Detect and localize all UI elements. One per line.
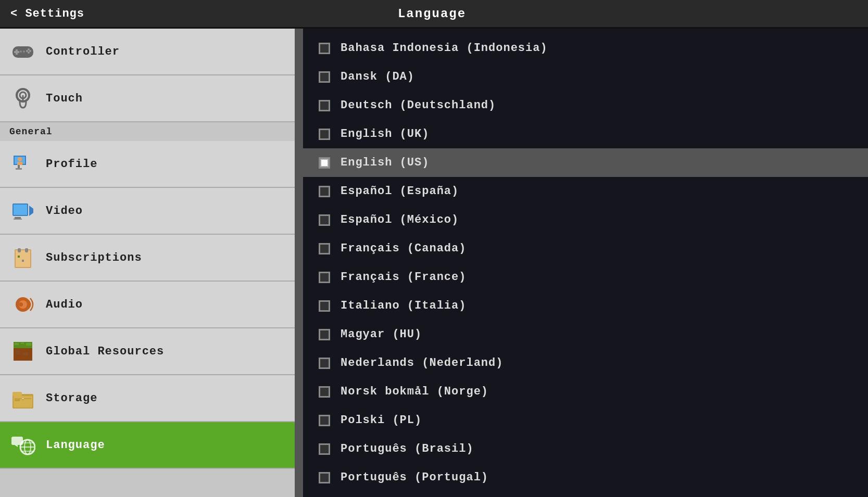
storage-icon [9, 385, 36, 412]
svg-rect-36 [26, 343, 31, 346]
language-label-italiano: Italiano (Italia) [341, 299, 466, 312]
sidebar-item-audio-label: Audio [46, 298, 83, 311]
svg-rect-6 [28, 52, 30, 54]
svg-rect-38 [23, 352, 28, 355]
sidebar: Controller Touch General [0, 29, 297, 497]
sidebar-item-touch-label: Touch [46, 92, 83, 105]
language-checkbox-francais-france [319, 272, 330, 283]
language-item-italiano[interactable]: Italiano (Italia) [303, 291, 868, 320]
header: < Settings Language [0, 0, 868, 29]
global-resources-icon [9, 338, 36, 365]
language-panel: Bahasa Indonesia (Indonesia)Dansk (DA)De… [303, 29, 868, 497]
sidebar-item-audio[interactable]: Audio [0, 282, 295, 328]
language-item-magyar[interactable]: Magyar (HU) [303, 320, 868, 349]
language-label-english-uk: English (UK) [341, 128, 429, 141]
svg-rect-19 [14, 205, 27, 215]
svg-rect-35 [21, 342, 24, 344]
language-item-espanol-espana[interactable]: Español (España) [303, 177, 868, 206]
language-item-bahasa-indonesia[interactable]: Bahasa Indonesia (Indonesia) [303, 34, 868, 62]
sidebar-item-touch[interactable]: Touch [0, 75, 295, 122]
language-label-francais-canada: Français (Canada) [341, 242, 466, 255]
sidebar-item-video-label: Video [46, 205, 83, 218]
sidebar-item-storage[interactable]: Storage [0, 375, 295, 422]
sidebar-item-controller[interactable]: Controller [0, 29, 295, 75]
svg-rect-15 [16, 168, 22, 170]
language-item-espanol-mexico[interactable]: Español (México) [303, 206, 868, 234]
sidebar-item-subscriptions-label: Subscriptions [46, 251, 142, 264]
language-checkbox-portugues-brasil [319, 443, 330, 455]
language-label-portugues-portugal: Português (Portugal) [341, 471, 488, 484]
sidebar-item-language-label: Language [46, 439, 105, 452]
language-checkbox-english-uk [319, 129, 330, 140]
language-checkbox-portugues-portugal [319, 472, 330, 483]
sidebar-item-subscriptions[interactable]: Subscriptions [0, 235, 295, 282]
language-label-english-us: English (US) [341, 156, 429, 169]
language-checkbox-dansk [319, 71, 330, 83]
language-item-francais-france[interactable]: Français (France) [303, 263, 868, 291]
section-header-general: General [0, 122, 295, 141]
language-label-bahasa-indonesia: Bahasa Indonesia (Indonesia) [341, 42, 548, 55]
svg-rect-2 [14, 51, 19, 53]
language-item-english-us[interactable]: English (US) [303, 148, 868, 177]
svg-rect-26 [25, 248, 28, 252]
svg-rect-5 [28, 48, 30, 50]
back-button[interactable]: < Settings [10, 7, 84, 20]
language-label-magyar: Magyar (HU) [341, 328, 422, 341]
language-item-norsk-bokmal[interactable]: Norsk bokmål (Norge) [303, 377, 868, 406]
back-label: < Settings [10, 7, 84, 20]
sidebar-item-controller-label: Controller [46, 45, 120, 58]
language-checkbox-bahasa-indonesia [319, 43, 330, 54]
sidebar-item-global-resources-label: Global Resources [46, 345, 164, 358]
svg-rect-45 [22, 400, 24, 404]
svg-rect-17 [17, 162, 22, 165]
svg-point-31 [19, 302, 23, 307]
language-item-nederlands[interactable]: Nederlands (Nederland) [303, 349, 868, 377]
svg-marker-49 [15, 445, 18, 447]
svg-rect-24 [16, 250, 30, 267]
language-label-deutsch: Deutsch (Deutschland) [341, 99, 496, 112]
language-checkbox-espanol-mexico [319, 214, 330, 226]
svg-rect-21 [15, 217, 21, 219]
language-label-norsk-bokmal: Norsk bokmål (Norge) [341, 385, 488, 398]
main-content: Controller Touch General [0, 29, 868, 497]
language-item-polski[interactable]: Polski (PL) [303, 406, 868, 435]
sidebar-item-video[interactable]: Video [0, 188, 295, 235]
language-checkbox-norsk-bokmal [319, 386, 330, 398]
audio-icon [9, 291, 36, 318]
language-icon [9, 431, 36, 458]
language-label-espanol-espana: Español (España) [341, 185, 459, 198]
language-item-portugues-portugal[interactable]: Português (Portugal) [303, 463, 868, 492]
language-item-dansk[interactable]: Dansk (DA) [303, 62, 868, 91]
language-checkbox-polski [319, 415, 330, 426]
language-checkbox-deutsch [319, 100, 330, 111]
sidebar-item-profile[interactable]: Profile [0, 141, 295, 188]
sidebar-scrollbar[interactable] [297, 29, 303, 497]
sidebar-item-storage-label: Storage [46, 392, 97, 405]
svg-rect-4 [29, 50, 31, 52]
svg-rect-14 [18, 165, 20, 168]
svg-rect-8 [23, 50, 25, 53]
svg-rect-28 [22, 260, 24, 262]
language-label-francais-france: Français (France) [341, 271, 466, 284]
language-item-deutsch[interactable]: Deutsch (Deutschland) [303, 91, 868, 120]
svg-rect-7 [20, 50, 22, 53]
language-item-portugues-brasil[interactable]: Português (Brasil) [303, 435, 868, 463]
language-label-nederlands: Nederlands (Nederland) [341, 356, 503, 369]
controller-icon [9, 38, 36, 65]
language-label-espanol-mexico: Español (México) [341, 213, 459, 226]
svg-rect-47 [22, 398, 24, 399]
svg-rect-3 [26, 50, 28, 52]
language-checkbox-english-us [319, 157, 330, 169]
sidebar-item-global-resources[interactable]: Global Resources [0, 328, 295, 375]
language-item-francais-canada[interactable]: Français (Canada) [303, 234, 868, 263]
language-item-english-uk[interactable]: English (UK) [303, 120, 868, 148]
svg-rect-34 [15, 343, 19, 345]
language-checkbox-nederlands [319, 358, 330, 369]
profile-icon [9, 150, 36, 177]
svg-rect-40 [12, 392, 22, 396]
language-item-slovensky[interactable]: Slovensky (SK) [303, 492, 868, 497]
sidebar-item-language[interactable]: Language [0, 422, 295, 469]
video-icon [9, 197, 36, 224]
svg-rect-42 [15, 399, 20, 401]
page-title: Language [84, 7, 779, 21]
